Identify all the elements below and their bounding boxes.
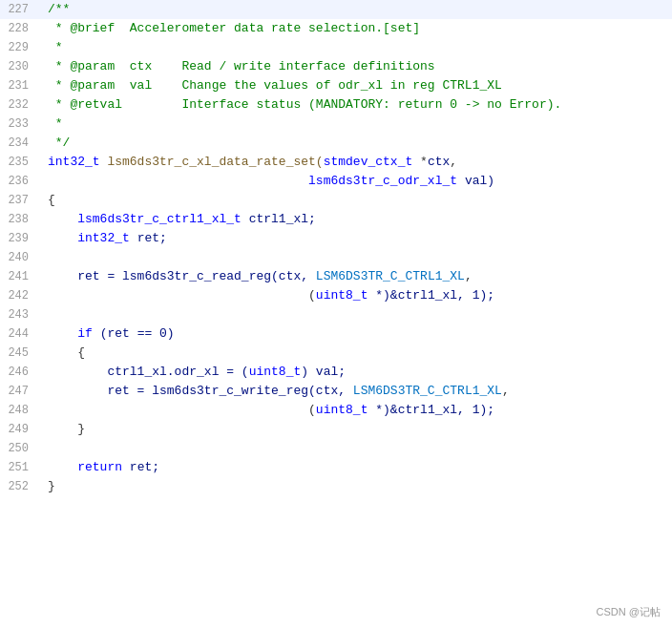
- table-row: 231 * @param val Change the values of od…: [0, 76, 672, 95]
- table-row: 239 int32_t ret;: [0, 229, 672, 248]
- line-number: 228: [0, 19, 40, 38]
- line-number: 227: [0, 0, 40, 19]
- table-row: 227/**: [0, 0, 672, 19]
- line-number: 239: [0, 229, 40, 248]
- watermark: CSDN @记帖: [597, 605, 661, 619]
- line-number: 232: [0, 95, 40, 115]
- table-row: 243: [0, 305, 672, 324]
- line-number: 231: [0, 76, 40, 95]
- table-row: 246 ctrl1_xl.odr_xl = (uint8_t) val;: [0, 363, 672, 382]
- line-number: 229: [0, 38, 40, 57]
- line-number: 251: [0, 458, 40, 477]
- table-row: 251 return ret;: [0, 458, 672, 477]
- line-code: return ret;: [40, 458, 672, 477]
- line-number: 248: [0, 401, 40, 420]
- line-code: {: [40, 191, 672, 210]
- table-row: 244 if (ret == 0): [0, 324, 672, 344]
- line-number: 246: [0, 363, 40, 382]
- line-code: (uint8_t *)&ctrl1_xl, 1);: [40, 286, 672, 305]
- line-code: [40, 439, 672, 458]
- line-number: 242: [0, 286, 40, 305]
- line-code: * @brief Accelerometer data rate selecti…: [40, 19, 672, 38]
- line-number: 247: [0, 382, 40, 401]
- line-number: 230: [0, 57, 40, 76]
- line-code: }: [40, 420, 672, 439]
- table-row: 235int32_t lsm6ds3tr_c_xl_data_rate_set(…: [0, 153, 672, 172]
- table-row: 237{: [0, 191, 672, 210]
- line-number: 245: [0, 344, 40, 363]
- line-number: 235: [0, 153, 40, 172]
- table-row: 236 lsm6ds3tr_c_odr_xl_t val): [0, 172, 672, 191]
- line-code: * @retval Interface status (MANDATORY: r…: [40, 95, 672, 115]
- table-row: 247 ret = lsm6ds3tr_c_write_reg(ctx, LSM…: [0, 382, 672, 401]
- line-code: * @param val Change the values of odr_xl…: [40, 76, 672, 95]
- line-code: int32_t ret;: [40, 229, 672, 248]
- line-code: lsm6ds3tr_c_ctrl1_xl_t ctrl1_xl;: [40, 210, 672, 229]
- table-row: 229 *: [0, 38, 672, 57]
- line-code: lsm6ds3tr_c_odr_xl_t val): [40, 172, 672, 191]
- line-number: 252: [0, 477, 40, 496]
- line-code: ret = lsm6ds3tr_c_read_reg(ctx, LSM6DS3T…: [40, 267, 672, 286]
- table-row: 233 *: [0, 115, 672, 134]
- line-code: int32_t lsm6ds3tr_c_xl_data_rate_set(stm…: [40, 153, 672, 172]
- line-code: ret = lsm6ds3tr_c_write_reg(ctx, LSM6DS3…: [40, 382, 672, 401]
- line-number: 241: [0, 267, 40, 286]
- line-number: 244: [0, 324, 40, 344]
- line-number: 233: [0, 115, 40, 134]
- table-row: 234 */: [0, 134, 672, 153]
- line-code: *: [40, 115, 672, 134]
- line-number: 236: [0, 172, 40, 191]
- line-number: 250: [0, 439, 40, 458]
- table-row: 240: [0, 248, 672, 267]
- line-number: 234: [0, 134, 40, 153]
- line-number: 238: [0, 210, 40, 229]
- line-number: 240: [0, 248, 40, 267]
- table-row: 248 (uint8_t *)&ctrl1_xl, 1);: [0, 401, 672, 420]
- table-row: 238 lsm6ds3tr_c_ctrl1_xl_t ctrl1_xl;: [0, 210, 672, 229]
- code-container: 227/**228 * @brief Accelerometer data ra…: [0, 0, 672, 627]
- line-code: }: [40, 477, 672, 496]
- table-row: 228 * @brief Accelerometer data rate sel…: [0, 19, 672, 38]
- line-code: [40, 305, 672, 324]
- line-code: * @param ctx Read / write interface defi…: [40, 57, 672, 76]
- table-row: 245 {: [0, 344, 672, 363]
- line-code: {: [40, 344, 672, 363]
- line-code: /**: [40, 0, 672, 19]
- table-row: 232 * @retval Interface status (MANDATOR…: [0, 95, 672, 115]
- line-number: 237: [0, 191, 40, 210]
- table-row: 249 }: [0, 420, 672, 439]
- line-code: (uint8_t *)&ctrl1_xl, 1);: [40, 401, 672, 420]
- table-row: 230 * @param ctx Read / write interface …: [0, 57, 672, 76]
- line-number: 249: [0, 420, 40, 439]
- table-row: 252}: [0, 477, 672, 496]
- code-table: 227/**228 * @brief Accelerometer data ra…: [0, 0, 672, 496]
- line-code: */: [40, 134, 672, 153]
- line-code: [40, 248, 672, 267]
- table-row: 241 ret = lsm6ds3tr_c_read_reg(ctx, LSM6…: [0, 267, 672, 286]
- line-code: if (ret == 0): [40, 324, 672, 344]
- line-code: *: [40, 38, 672, 57]
- line-number: 243: [0, 305, 40, 324]
- line-code: ctrl1_xl.odr_xl = (uint8_t) val;: [40, 363, 672, 382]
- table-row: 250: [0, 439, 672, 458]
- table-row: 242 (uint8_t *)&ctrl1_xl, 1);: [0, 286, 672, 305]
